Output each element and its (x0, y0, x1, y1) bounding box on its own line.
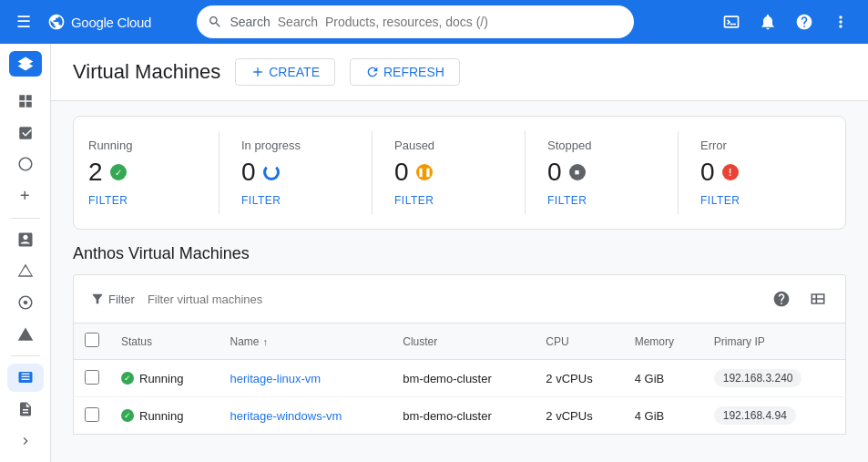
columns-icon[interactable] (802, 282, 834, 315)
status-cards: Running 2 ✓ FILTER In progress 0 FILTER … (73, 116, 846, 230)
col-header-ip: Primary IP (703, 323, 846, 360)
stopped-filter[interactable]: FILTER (547, 194, 656, 207)
error-status-icon: ! (722, 164, 739, 180)
vm-table-body: ✓ Running heritage-linux-vm bm-demo-clus… (74, 360, 846, 435)
toolbar-right-icons (765, 282, 834, 315)
row-ip: 192.168.3.240 (703, 360, 846, 397)
sidebar-logo (9, 51, 42, 77)
inprogress-status-icon (263, 164, 280, 180)
status-running-icon: ✓ (121, 409, 134, 422)
refresh-icon (365, 65, 380, 79)
stopped-status-icon: ■ (569, 164, 586, 180)
error-count: 0 ! (700, 158, 809, 187)
inprogress-filter[interactable]: FILTER (241, 194, 350, 207)
status-card-paused: Paused 0 ❚❚ FILTER (373, 131, 526, 214)
stopped-label: Stopped (547, 139, 656, 152)
table-row: ✓ Running heritage-linux-vm bm-demo-clus… (74, 360, 846, 397)
main-content: Virtual Machines CREATE REFRESH Running … (51, 44, 868, 462)
filter-button[interactable]: Filter (85, 288, 140, 310)
table-row: ✓ Running heritage-windows-vm bm-demo-cl… (74, 397, 846, 435)
row-checkbox-1[interactable] (85, 407, 99, 422)
status-running-icon: ✓ (121, 372, 134, 385)
sidebar-item-hexagon[interactable] (7, 395, 44, 424)
col-header-cluster: Cluster (392, 323, 535, 360)
sidebar-item-plus[interactable] (7, 182, 44, 210)
sort-icon: ↑ (263, 336, 269, 347)
sidebar-item-dashboard[interactable] (7, 87, 44, 116)
row-cpu: 2 vCPUs (535, 397, 623, 435)
cloud-logo-icon (47, 13, 66, 31)
row-memory: 4 GiB (624, 397, 703, 435)
row-name[interactable]: heritage-linux-vm (219, 360, 392, 397)
refresh-button[interactable]: REFRESH (350, 58, 460, 86)
notifications-icon[interactable] (751, 5, 784, 38)
filter-icon (90, 292, 105, 306)
main-layout: Virtual Machines CREATE REFRESH Running … (0, 44, 868, 462)
more-options-icon[interactable] (824, 5, 857, 38)
row-memory: 4 GiB (624, 360, 703, 397)
row-cluster: bm-demo-cluster (392, 397, 535, 435)
vm-table-section: Anthos Virtual Machines Filter (51, 244, 868, 457)
paused-label: Paused (394, 139, 503, 152)
help-icon[interactable] (788, 5, 821, 38)
row-ip: 192.168.4.94 (703, 397, 846, 435)
inprogress-count: 0 (241, 158, 350, 187)
section-title: Anthos Virtual Machines (73, 244, 846, 263)
row-checkbox-0[interactable] (85, 370, 99, 385)
select-all-header[interactable] (74, 323, 111, 360)
sidebar-item-active[interactable] (7, 364, 44, 392)
sidebar-item-target[interactable] (7, 289, 44, 317)
row-checkbox-cell[interactable] (74, 397, 111, 435)
page-title: Virtual Machines (73, 60, 220, 84)
paused-count: 0 ❚❚ (394, 158, 503, 187)
sidebar-item-asterisk[interactable] (7, 118, 44, 147)
sidebar-item-triangle[interactable] (7, 257, 44, 285)
running-filter[interactable]: FILTER (88, 194, 197, 207)
running-count: 2 ✓ (88, 158, 197, 187)
row-cpu: 2 vCPUs (535, 360, 623, 397)
status-card-running: Running 2 ✓ FILTER (88, 131, 220, 214)
filter-input[interactable] (148, 293, 758, 306)
topnav-action-icons (715, 5, 857, 38)
status-card-stopped: Stopped 0 ■ FILTER (526, 131, 679, 214)
search-input[interactable] (278, 15, 624, 29)
sidebar-divider-1 (11, 218, 40, 219)
sidebar-item-circle[interactable] (7, 150, 44, 179)
col-header-status: Status (110, 323, 219, 360)
select-all-checkbox[interactable] (85, 333, 99, 347)
search-icon (208, 15, 222, 29)
error-filter[interactable]: FILTER (700, 194, 809, 207)
sidebar-item-triangle2[interactable] (7, 320, 44, 348)
row-checkbox-cell[interactable] (74, 360, 111, 397)
google-cloud-logo: Google Cloud (47, 13, 151, 31)
col-header-memory: Memory (624, 323, 703, 360)
menu-icon[interactable]: ☰ (11, 6, 36, 37)
cloud-shell-icon[interactable] (715, 5, 748, 38)
stopped-count: 0 ■ (547, 158, 656, 187)
help-circle-icon[interactable] (765, 282, 798, 315)
running-status-icon: ✓ (110, 164, 127, 180)
table-toolbar: Filter (73, 274, 846, 323)
row-name[interactable]: heritage-windows-vm (219, 397, 392, 435)
search-bar[interactable]: Search (197, 5, 634, 38)
sidebar-collapse-button[interactable] (7, 426, 44, 455)
sidebar-divider-2 (11, 355, 40, 356)
row-cluster: bm-demo-cluster (392, 360, 535, 397)
sidebar (0, 44, 51, 462)
create-button[interactable]: CREATE (235, 58, 335, 86)
error-label: Error (700, 139, 809, 152)
paused-status-icon: ❚❚ (416, 164, 433, 180)
sidebar-item-grid[interactable] (7, 225, 44, 253)
running-label: Running (88, 139, 197, 152)
vm-table: Status Name ↑ Cluster CPU (73, 323, 846, 435)
create-icon (250, 65, 265, 79)
col-header-name[interactable]: Name ↑ (219, 323, 392, 360)
page-header: Virtual Machines CREATE REFRESH (51, 44, 868, 101)
search-label: Search (230, 15, 270, 29)
status-card-inprogress: In progress 0 FILTER (220, 131, 373, 214)
paused-filter[interactable]: FILTER (394, 194, 503, 207)
topnav: ☰ Google Cloud Search (0, 0, 868, 44)
row-status: ✓ Running (110, 397, 219, 435)
logo-text: Google Cloud (71, 15, 151, 30)
row-status: ✓ Running (110, 360, 219, 397)
